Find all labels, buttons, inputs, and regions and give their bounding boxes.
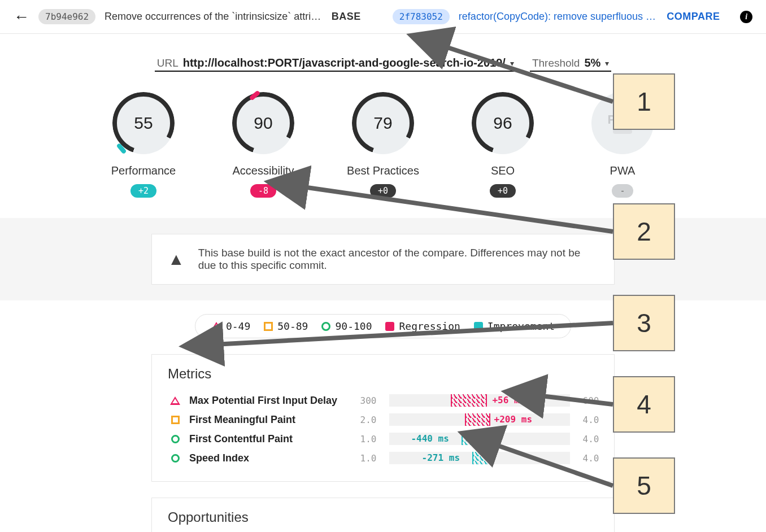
base-commit-hash[interactable]: 7b94e962 xyxy=(38,9,95,24)
gauge-score: 55 xyxy=(134,114,153,133)
warning-text: This base build is not the exact ancesto… xyxy=(198,247,598,272)
metric-min: 2.0 xyxy=(354,415,382,425)
legend-improvement-label: Improvement xyxy=(488,320,555,332)
gauge-best-practices[interactable]: 79 Best Practices +0 xyxy=(343,92,423,198)
metric-name: Speed Index xyxy=(189,452,347,464)
gauge-score: 79 xyxy=(373,114,392,133)
metric-row: First Contentful Paint 1.0 -440 ms 4.0 xyxy=(168,429,598,448)
url-value: http://localhost:PORT/javascript-and-goo… xyxy=(183,56,506,69)
metric-delta: -271 ms xyxy=(422,452,460,463)
annotation-callout-5: 5 xyxy=(613,457,675,514)
url-label: URL xyxy=(157,57,179,69)
gauge-label: PWA xyxy=(610,164,636,177)
url-selector[interactable]: URL http://localhost:PORT/javascript-and… xyxy=(155,55,516,72)
gauge-delta: - xyxy=(612,184,633,198)
gauge-performance[interactable]: 55 Performance +2 xyxy=(104,92,183,198)
metric-max: 4.0 xyxy=(577,434,605,444)
metric-max: 600 xyxy=(577,395,605,406)
threshold-label: Threshold xyxy=(532,57,580,69)
compare-commit-hash[interactable]: 2f783052 xyxy=(393,9,450,24)
gauge-label: Best Practices xyxy=(347,164,419,177)
info-icon[interactable]: i xyxy=(740,11,752,23)
metric-bar: -440 ms xyxy=(389,433,570,445)
score-circle-icon xyxy=(171,435,180,443)
legend-square-icon xyxy=(264,322,273,331)
metric-name: Max Potential First Input Delay xyxy=(189,395,347,407)
legend-circle-icon xyxy=(321,322,330,331)
header-bar: ← 7b94e962 Remove occurrences of the `in… xyxy=(0,0,766,34)
metric-min: 1.0 xyxy=(354,434,382,444)
legend-regression-label: Regression xyxy=(399,320,460,332)
threshold-value: 5% xyxy=(584,56,600,69)
gauge-score: 90 xyxy=(254,114,272,133)
chevron-down-icon: ▾ xyxy=(605,59,609,68)
metric-row: First Meaningful Paint 2.0 +209 ms 4.0 xyxy=(168,410,598,429)
gauge-delta: +0 xyxy=(370,184,396,198)
metric-bar: +209 ms xyxy=(389,413,570,426)
metrics-card: Metrics Max Potential First Input Delay … xyxy=(151,354,615,482)
metric-bar: +56 ms xyxy=(389,394,570,407)
gauge-label: Accessibility xyxy=(233,164,294,177)
legend-range-0-49: 0-49 xyxy=(226,320,250,332)
metric-max: 4.0 xyxy=(577,453,605,464)
annotation-callout-3: 3 xyxy=(613,295,675,351)
metric-name: First Meaningful Paint xyxy=(189,414,347,426)
gauge-delta: -8 xyxy=(250,184,276,198)
metric-delta: +209 ms xyxy=(494,414,532,425)
score-square-icon xyxy=(171,416,180,424)
opportunities-title: Opportunities xyxy=(168,509,598,525)
base-commit-desc: Remove occurrences of the `intrinsicsize… xyxy=(105,11,323,23)
metrics-title: Metrics xyxy=(168,366,598,382)
score-triangle-icon xyxy=(170,396,180,405)
metric-delta: -440 ms xyxy=(411,433,449,444)
gauge-delta: +0 xyxy=(490,184,516,198)
legend-improvement-icon xyxy=(474,322,483,331)
base-role-label: BASE xyxy=(332,11,361,23)
metric-bar: -271 ms xyxy=(389,452,570,464)
legend-range-90-100: 90-100 xyxy=(335,320,372,332)
opportunities-card: Opportunities Eliminate render-blocking … xyxy=(151,498,615,532)
annotation-callout-1: 1 xyxy=(613,73,675,130)
warning-card: ▲ This base build is not the exact ances… xyxy=(151,234,615,285)
gauge-accessibility[interactable]: 90 Accessibility -8 xyxy=(224,92,303,198)
legend: 0-49 50-89 90-100 Regression Improvement xyxy=(195,314,571,338)
score-circle-icon xyxy=(171,454,180,463)
metric-name: First Contentful Paint xyxy=(189,433,347,445)
warning-icon: ▲ xyxy=(168,250,185,269)
gauge-label: SEO xyxy=(491,164,515,177)
back-arrow-icon[interactable]: ← xyxy=(14,8,29,26)
threshold-selector[interactable]: Threshold 5% ▾ xyxy=(530,55,611,72)
gauge-score: 96 xyxy=(493,114,512,133)
chevron-down-icon: ▾ xyxy=(510,59,514,68)
legend-regression-icon xyxy=(385,322,394,331)
metric-row: Speed Index 1.0 -271 ms 4.0 xyxy=(168,448,598,468)
pwa-bar-icon xyxy=(613,129,632,134)
gauge-label: Performance xyxy=(111,164,176,177)
annotation-callout-2: 2 xyxy=(613,203,675,260)
compare-commit-desc: refactor(CopyCode): remove superfluous a… xyxy=(459,11,658,23)
compare-role-label: COMPARE xyxy=(667,11,720,23)
gauge-delta: +2 xyxy=(130,184,156,198)
metric-delta: +56 ms xyxy=(492,395,525,405)
metric-min: 300 xyxy=(354,395,382,406)
gauge-seo[interactable]: 96 SEO +0 xyxy=(463,92,542,198)
metric-row: Max Potential First Input Delay 300 +56 … xyxy=(168,391,598,410)
metric-min: 1.0 xyxy=(354,453,382,464)
metric-max: 4.0 xyxy=(577,415,605,425)
legend-range-50-89: 50-89 xyxy=(277,320,308,332)
annotation-callout-4: 4 xyxy=(613,376,675,433)
legend-triangle-icon xyxy=(211,322,221,330)
